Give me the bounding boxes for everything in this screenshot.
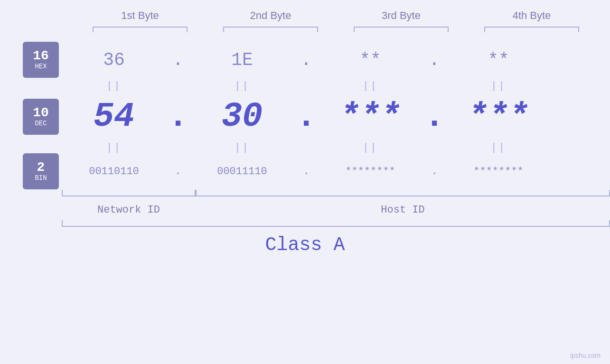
main-container: 1st Byte 2nd Byte 3rd Byte 4th Byte 16 H… (0, 0, 610, 364)
bin-num: 2 (37, 161, 45, 174)
bin-badge: 2 BIN (23, 153, 59, 189)
dec-row-container: 10 DEC 54 . 30 . *** . *** (0, 93, 610, 140)
dec-b3: *** (318, 97, 422, 136)
dec-row: 54 . 30 . *** . *** (62, 93, 610, 140)
watermark: ipshu.com (570, 352, 601, 359)
hex-b4: ** (446, 50, 551, 70)
bottom-brackets-row (0, 190, 610, 199)
host-id-label: Host ID (196, 204, 610, 216)
bin-b2: 00011110 (190, 166, 294, 177)
class-label: Class A (265, 234, 345, 256)
pipe1b: || (62, 142, 166, 154)
id-labels: Network ID Host ID (0, 199, 610, 220)
hex-badge-container: 16 HEX (0, 42, 62, 78)
pipe-row-dec: || || || || (0, 140, 610, 155)
bin-row-container: 2 BIN 00110110 . 00011110 . ******** . *… (0, 155, 610, 188)
hex-sep1: . (166, 50, 190, 70)
pipe1: || (62, 80, 166, 92)
pipe-separator-hex: || || || || (62, 79, 610, 93)
dec-label: DEC (35, 120, 47, 127)
bin-badge-container: 2 BIN (0, 153, 62, 189)
bracket-top-4 (484, 27, 579, 32)
dec-b1: 54 (62, 97, 166, 136)
class-label-row: Class A (0, 234, 610, 256)
top-brackets (75, 27, 597, 32)
hex-num: 16 (33, 49, 49, 63)
bracket-top-2 (223, 27, 318, 32)
byte4-header: 4th Byte (479, 9, 584, 22)
dec-sep3: . (422, 97, 446, 136)
network-id-label: Network ID (62, 204, 196, 216)
network-bracket (62, 190, 196, 196)
bin-label: BIN (35, 174, 47, 182)
bin-b1: 00110110 (62, 166, 166, 177)
bin-sep3: . (422, 166, 446, 177)
dec-b4: *** (446, 97, 551, 136)
bottom-brackets-container (62, 190, 610, 199)
hex-b3: ** (318, 50, 422, 70)
pipe-row-hex: || || || || (0, 79, 610, 93)
full-bottom-bracket-row (0, 220, 610, 230)
hex-label: HEX (35, 63, 47, 70)
dec-sep1: . (166, 97, 190, 136)
hex-b2: 1E (190, 50, 294, 70)
bin-sep1: . (166, 166, 190, 177)
pipe4: || (446, 80, 551, 92)
bracket-top-1 (93, 27, 188, 32)
pipe2: || (190, 80, 294, 92)
byte-headers: 1st Byte 2nd Byte 3rd Byte 4th Byte (75, 9, 597, 22)
hex-badge: 16 HEX (23, 42, 59, 78)
pipe4b: || (446, 142, 551, 154)
pipe3: || (318, 80, 422, 92)
dec-badge-container: 10 DEC (0, 99, 62, 135)
hex-b1: 36 (62, 50, 166, 70)
hex-sep2: . (294, 50, 318, 70)
bin-b3: ******** (318, 166, 422, 177)
pipe-separator-dec: || || || || (62, 140, 610, 155)
dec-sep2: . (294, 97, 318, 136)
hex-row: 36 . 1E . ** . ** (62, 41, 610, 79)
bin-sep2: . (294, 166, 318, 177)
pipe3b: || (318, 142, 422, 154)
byte2-header: 2nd Byte (218, 9, 323, 22)
bin-b4: ******** (446, 166, 551, 177)
byte3-header: 3rd Byte (349, 9, 453, 22)
bin-row: 00110110 . 00011110 . ******** . *******… (62, 155, 610, 188)
dec-badge: 10 DEC (23, 99, 59, 135)
full-bottom-bracket (62, 220, 610, 227)
bracket-top-3 (354, 27, 449, 32)
dec-num: 10 (33, 106, 49, 120)
hex-sep3: . (422, 50, 446, 70)
dec-b2: 30 (190, 97, 294, 136)
host-bracket (196, 190, 610, 196)
pipe2b: || (190, 142, 294, 154)
byte1-header: 1st Byte (88, 9, 192, 22)
